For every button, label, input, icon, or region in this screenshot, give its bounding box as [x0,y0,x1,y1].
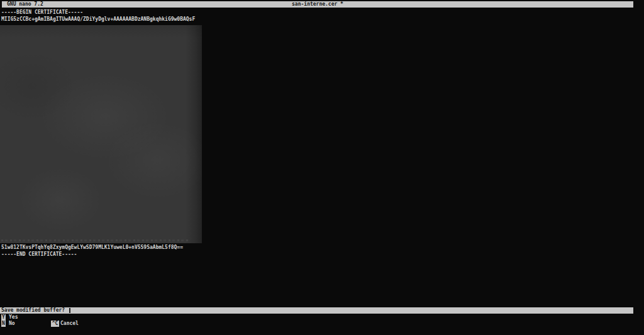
key-ctrl-c[interactable]: ^C [51,321,59,327]
no-label: No [9,321,15,327]
cert-body-last-line: 51w812TKvsPTqhYq8ZxymQgEwLYwSD79MLK1Yuwe… [1,244,183,251]
cert-end-line: -----END CERTIFICATE----- [1,251,77,258]
blur-edge-artifact [1,239,190,241]
redacted-certificate-body [0,25,202,243]
nano-titlebar: GNU nano 7.2 san-interne.cer * [2,1,633,8]
key-y[interactable]: Y [1,314,6,321]
key-n[interactable]: N [1,321,6,327]
cancel-label: Cancel [60,321,79,327]
save-prompt-bar: Save modified buffer? [0,307,633,314]
desktop-screen: GNU nano 7.2 san-interne.cer * -----BEGI… [0,0,644,335]
cert-begin-line: -----BEGIN CERTIFICATE----- [1,9,83,16]
text-cursor [69,308,70,313]
yes-label: Yes [9,314,18,321]
filename-label: san-interne.cer * [2,1,633,8]
shortcut-yes[interactable]: Y Yes [0,314,633,321]
cert-body-first-line: MIIG5zCCBc+gAmIBAgITUwAAAQ/ZDiYyDglv+AAA… [1,16,195,23]
nano-terminal[interactable]: GNU nano 7.2 san-interne.cer * -----BEGI… [0,0,634,329]
shortcut-no-cancel-row: N No ^C Cancel [0,321,633,327]
save-prompt-question: Save modified buffer? [1,307,65,314]
